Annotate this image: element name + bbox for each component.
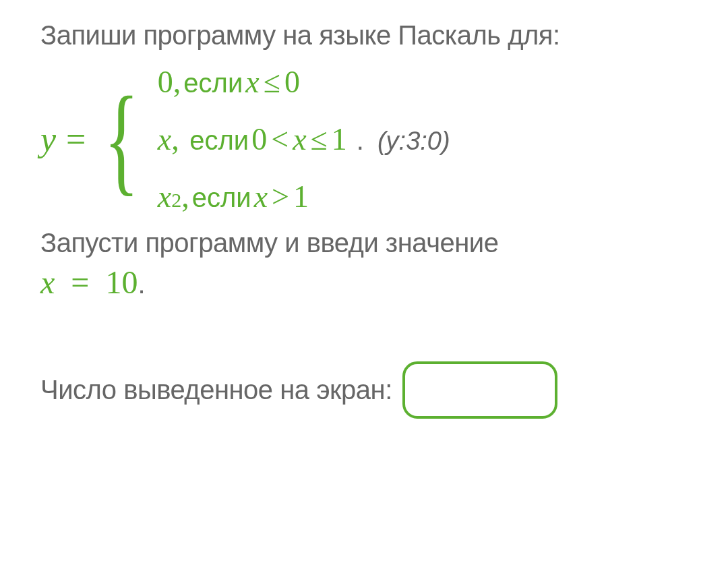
case-1-if: если: [183, 68, 243, 98]
case-2-op1: <: [271, 121, 289, 157]
case-1-op: ≤: [264, 64, 280, 100]
case-1-value: 0: [158, 64, 173, 100]
case-1: 0, если x ≤ 0: [158, 64, 450, 100]
period-after-cases: .: [357, 125, 364, 156]
case-1-var: x: [245, 64, 259, 100]
case-2-if: если: [189, 125, 249, 156]
case-3-op: >: [272, 179, 289, 214]
instruction-text: Запиши программу на языке Паскаль для:: [40, 20, 688, 51]
cases-list: 0, если x ≤ 0 x, если 0 < x ≤ 1 . (y:3:0…: [158, 64, 450, 214]
case-2-var: x: [293, 121, 306, 157]
case-3-val: 1: [293, 179, 309, 214]
formula-lhs: y: [40, 119, 56, 159]
case-3-var: x: [254, 179, 268, 214]
x-val: 10: [105, 264, 138, 300]
run-instruction: Запусти программу и введи значение: [40, 228, 688, 258]
equals-sign: =: [66, 119, 86, 159]
case-2-right: 1: [332, 121, 347, 157]
answer-label: Число выведенное на экран:: [40, 375, 392, 405]
answer-row: Число выведенное на экран:: [40, 361, 688, 419]
case-3-exponent: 2: [171, 189, 181, 212]
case-2-left: 0: [251, 121, 267, 157]
answer-input[interactable]: [402, 361, 557, 419]
case-2: x, если 0 < x ≤ 1 . (y:3:0): [158, 121, 450, 157]
case-3-base: x: [158, 179, 171, 214]
x-assignment: x = 10.: [40, 264, 688, 301]
x-var: x: [40, 264, 55, 300]
case-3-if: если: [192, 183, 251, 213]
piecewise-formula: y = { 0, если x ≤ 0 x, если 0 < x ≤ 1 . …: [40, 64, 688, 214]
format-note: (y:3:0): [377, 127, 450, 156]
x-equals: =: [71, 264, 89, 300]
case-3: x2, если x > 1: [158, 179, 450, 214]
case-1-val: 0: [284, 64, 300, 100]
case-2-op2: ≤: [311, 121, 328, 157]
case-2-value: x: [158, 121, 171, 157]
